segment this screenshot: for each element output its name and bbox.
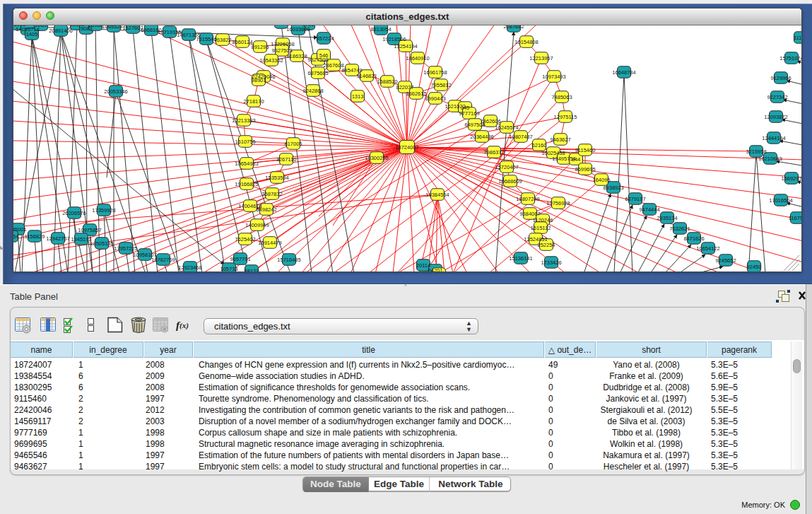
svg-text:252254: 252254 (537, 242, 555, 248)
svg-text:15720407: 15720407 (495, 164, 518, 170)
svg-text:1120746: 1120746 (533, 217, 553, 223)
svg-text:16782759: 16782759 (151, 257, 175, 263)
svg-text:88123: 88123 (245, 268, 259, 273)
svg-text:9115460: 9115460 (575, 147, 596, 153)
svg-text:9384067: 9384067 (519, 211, 540, 217)
svg-text:92450: 92450 (747, 264, 762, 270)
svg-text:98901: 98901 (252, 77, 266, 83)
svg-text:16210643: 16210643 (758, 156, 782, 162)
svg-text:16033809: 16033809 (286, 26, 310, 33)
svg-text:12093872: 12093872 (764, 114, 787, 120)
svg-text:9474444: 9474444 (639, 206, 659, 213)
svg-text:10543362: 10543362 (259, 57, 283, 64)
svg-text:1405: 1405 (26, 31, 38, 37)
svg-text:3267110: 3267110 (276, 156, 297, 163)
svg-text:7357224: 7357224 (313, 35, 334, 42)
svg-text:10154808: 10154808 (514, 39, 538, 45)
svg-text:2089: 2089 (35, 25, 47, 28)
svg-text:12942757: 12942757 (46, 235, 69, 242)
svg-text:20891406: 20891406 (49, 28, 72, 34)
svg-text:17016504: 17016504 (769, 197, 792, 204)
svg-text:16961758: 16961758 (423, 69, 447, 76)
svg-text:12505135: 12505135 (90, 240, 113, 247)
svg-text:17957225: 17957225 (114, 245, 137, 252)
svg-text:12975115: 12975115 (554, 114, 577, 120)
svg-text:822037: 822037 (396, 84, 413, 90)
svg-text:19166825: 19166825 (235, 181, 258, 187)
svg-text:18300295: 18300295 (365, 155, 388, 161)
svg-text:18640910: 18640910 (406, 55, 429, 62)
svg-text:15751074: 15751074 (779, 55, 801, 62)
svg-text:2718170: 2718170 (243, 98, 264, 105)
svg-text:2867608: 2867608 (323, 62, 343, 69)
svg-text:2935134: 2935134 (657, 215, 677, 221)
svg-text:16648784: 16648784 (612, 69, 635, 76)
svg-text:817005: 817005 (284, 141, 302, 147)
svg-text:335001: 335001 (13, 226, 27, 233)
svg-text:7485063: 7485063 (551, 94, 572, 100)
svg-text:6379197: 6379197 (625, 196, 645, 202)
svg-text:21700: 21700 (432, 271, 447, 273)
svg-text:164095: 164095 (592, 177, 610, 183)
svg-text:7955812: 7955812 (430, 82, 451, 88)
svg-text:3215958: 3215958 (746, 148, 766, 155)
svg-text:12213383: 12213383 (232, 117, 255, 124)
svg-text:105733: 105733 (220, 266, 237, 272)
svg-text:9129966: 9129966 (770, 75, 791, 81)
svg-text:7462606: 7462606 (480, 118, 500, 124)
svg-text:7632621: 7632621 (669, 226, 690, 232)
svg-text:546: 546 (319, 52, 329, 59)
svg-text:1527602: 1527602 (122, 25, 143, 31)
svg-text:8186328: 8186328 (286, 53, 307, 59)
svg-text:20053346: 20053346 (104, 88, 127, 95)
svg-text:1610755: 1610755 (235, 139, 255, 145)
svg-text:1569297: 1569297 (781, 175, 801, 182)
svg-text:19756928: 19756928 (546, 200, 570, 206)
svg-text:8938923: 8938923 (603, 185, 623, 191)
svg-text:8471626: 8471626 (683, 235, 704, 242)
svg-text:13254194: 13254194 (394, 43, 417, 49)
svg-text:16245574: 16245574 (495, 124, 518, 131)
svg-text:1345193: 1345193 (71, 236, 91, 243)
svg-text:10975857: 10975857 (78, 227, 101, 233)
svg-text:15353594: 15353594 (265, 175, 288, 181)
svg-text:7986372: 7986372 (483, 149, 504, 156)
svg-text:17359928: 17359928 (92, 207, 115, 214)
svg-text:844: 844 (572, 156, 581, 163)
svg-text:8660124: 8660124 (232, 39, 252, 45)
svg-text:891295: 891295 (251, 44, 269, 50)
svg-text:1733426: 1733426 (541, 259, 561, 266)
svg-text:9146821: 9146821 (356, 73, 377, 79)
svg-text:1588520: 1588520 (377, 78, 397, 85)
svg-text:9777169: 9777169 (459, 110, 479, 117)
svg-text:8990443: 8990443 (425, 95, 445, 102)
svg-text:19218506: 19218506 (382, 36, 406, 42)
svg-text:12213957: 12213957 (529, 55, 553, 62)
svg-text:12444194: 12444194 (762, 135, 785, 141)
svg-text:3587832: 3587832 (261, 191, 282, 197)
svg-text:18724007: 18724007 (395, 144, 418, 151)
svg-text:2087682: 2087682 (503, 25, 524, 30)
svg-text:7625402: 7625402 (235, 236, 255, 243)
svg-text:15136141: 15136141 (509, 255, 532, 262)
svg-text:10807487: 10807487 (509, 134, 532, 140)
svg-text:6875685: 6875685 (307, 70, 328, 76)
svg-text:5498242: 5498242 (256, 206, 276, 213)
svg-text:8813054: 8813054 (370, 26, 391, 33)
svg-text:10688609: 10688609 (498, 178, 522, 185)
svg-text:18807249: 18807249 (516, 196, 539, 202)
svg-text:18932: 18932 (88, 25, 103, 28)
svg-text:9657791: 9657791 (230, 256, 250, 262)
svg-text:12923468: 12923468 (178, 264, 201, 271)
svg-text:9463627: 9463627 (550, 136, 570, 143)
svg-text:1615112: 1615112 (531, 225, 551, 231)
svg-text:763822: 763822 (213, 37, 231, 43)
svg-text:16914479: 16914479 (258, 240, 281, 246)
svg-text:116753: 116753 (789, 215, 801, 221)
svg-text:13226058: 13226058 (271, 41, 294, 47)
svg-text:11123: 11123 (794, 35, 801, 41)
svg-text:(x): (x) (180, 321, 189, 330)
svg-text:39154: 39154 (13, 233, 18, 240)
svg-text:15716485: 15716485 (277, 257, 300, 263)
svg-text:62160: 62160 (532, 142, 547, 148)
